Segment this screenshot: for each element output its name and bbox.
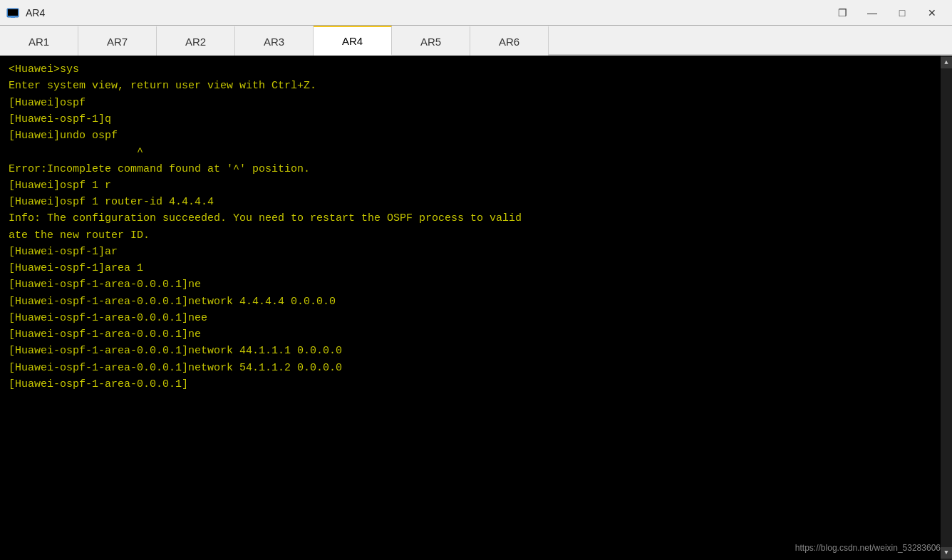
scroll-up-arrow[interactable]: ▲ bbox=[941, 57, 952, 68]
title-bar: AR4 ❐ — □ ✕ bbox=[0, 0, 952, 26]
tab-ar3[interactable]: AR3 bbox=[235, 26, 314, 56]
scrollbar[interactable]: ▲ ▼ bbox=[941, 56, 952, 560]
window-controls[interactable]: ❐ — □ ✕ bbox=[828, 2, 946, 24]
tab-ar4[interactable]: AR4 bbox=[314, 26, 392, 56]
tab-ar5[interactable]: AR5 bbox=[392, 26, 470, 56]
tab-ar2[interactable]: AR2 bbox=[157, 26, 235, 56]
close-button[interactable]: ✕ bbox=[918, 2, 946, 24]
title-bar-left: AR4 bbox=[6, 6, 45, 20]
restore-button[interactable]: ❐ bbox=[828, 2, 857, 24]
svg-rect-2 bbox=[11, 16, 15, 18]
terminal-content[interactable]: <Huawei>sys Enter system view, return us… bbox=[0, 56, 941, 560]
terminal-wrapper: <Huawei>sys Enter system view, return us… bbox=[0, 56, 952, 560]
tab-ar1[interactable]: AR1 bbox=[0, 26, 78, 56]
tab-ar6[interactable]: AR6 bbox=[470, 26, 549, 56]
maximize-button[interactable]: □ bbox=[888, 2, 916, 24]
svg-rect-1 bbox=[8, 9, 18, 16]
app-icon bbox=[6, 6, 20, 20]
tab-bar: AR1 AR7 AR2 AR3 AR4 AR5 AR6 bbox=[0, 26, 952, 56]
window-title: AR4 bbox=[26, 7, 45, 19]
terminal-output: <Huawei>sys Enter system view, return us… bbox=[9, 61, 938, 393]
scroll-down-arrow[interactable]: ▼ bbox=[941, 547, 952, 559]
minimize-button[interactable]: — bbox=[858, 2, 886, 24]
tab-ar7[interactable]: AR7 bbox=[78, 26, 157, 56]
